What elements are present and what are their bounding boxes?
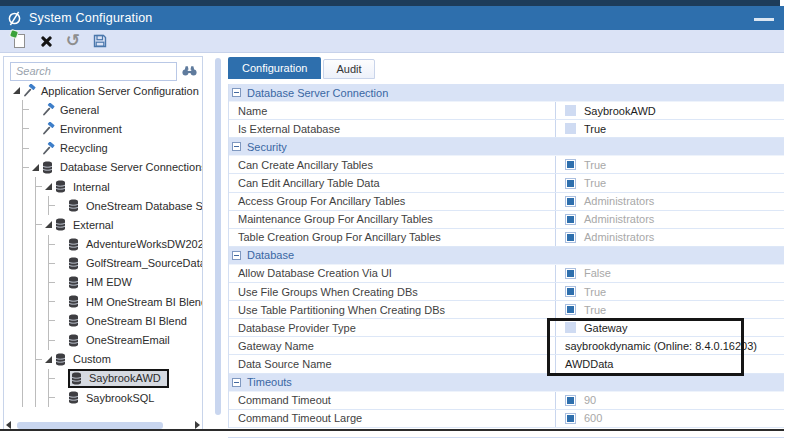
property-value[interactable]: False: [556, 265, 784, 282]
property-value[interactable]: True: [556, 120, 784, 137]
database-icon: [68, 276, 82, 289]
scrollbar-thumb[interactable]: [17, 422, 163, 429]
tree-item-saybrooksql[interactable]: SaybrookSQL: [49, 388, 203, 407]
property-row-can-create-ancillary-tables[interactable]: Can Create Ancillary TablesTrue: [229, 156, 784, 174]
group-header-timeouts[interactable]: Timeouts: [229, 374, 784, 392]
expander-icon[interactable]: [29, 161, 42, 174]
value-text: AWDData: [565, 358, 614, 370]
collapse-minus-icon[interactable]: [232, 142, 241, 151]
expander-icon[interactable]: [42, 218, 55, 231]
tree-item-environment[interactable]: Environment: [23, 119, 203, 138]
tree-item-internal[interactable]: Internal: [36, 177, 203, 196]
checkbox-icon: [565, 214, 576, 225]
property-value[interactable]: True: [556, 301, 784, 318]
property-row-table-creation-group-for-ancillary-tables[interactable]: Table Creation Group For Ancillary Table…: [229, 229, 784, 247]
tree-vertical-scrollbar[interactable]: [215, 58, 221, 415]
tree-item-label: Environment: [60, 123, 122, 135]
refresh-button[interactable]: [65, 33, 81, 49]
property-value[interactable]: AWDData: [556, 355, 784, 372]
property-value[interactable]: Administrators: [556, 211, 784, 228]
collapse-minus-icon[interactable]: [232, 378, 241, 387]
property-value[interactable]: True: [556, 156, 784, 173]
tree-item-database-server-connections[interactable]: Database Server Connections: [23, 158, 203, 177]
collapse-minus-icon[interactable]: [232, 251, 241, 260]
group-header-security[interactable]: Security: [229, 138, 784, 156]
checkbox-icon: [565, 413, 576, 424]
expander-icon[interactable]: [42, 353, 55, 366]
expander-slot: [29, 103, 42, 116]
tree-item-recycling[interactable]: Recycling: [23, 139, 203, 158]
tree-item-label: External: [73, 219, 113, 231]
scroll-right-icon[interactable]: [195, 421, 200, 429]
save-button[interactable]: [92, 33, 108, 49]
property-row-data-source-name[interactable]: Data Source NameAWDData: [229, 355, 784, 373]
property-row-gateway-name[interactable]: Gateway Namesaybrookdynamic (Online: 8.4…: [229, 337, 784, 355]
property-value[interactable]: saybrookdynamic (Online: 8.4.0.16203): [556, 337, 784, 354]
tree-item-onestream-bi-blend[interactable]: OneStream BI Blend: [49, 311, 203, 330]
property-row-command-timeout[interactable]: Command Timeout90: [229, 392, 784, 410]
tree-item-general[interactable]: General: [23, 100, 203, 119]
tree-item-hm-onestream-bi-blend[interactable]: HM OneStream BI Blend: [49, 292, 203, 311]
value-text: saybrookdynamic (Online: 8.4.0.16203): [565, 340, 757, 352]
tree-item-onestream-database-serv[interactable]: OneStream Database Serv: [49, 196, 203, 215]
value-text: True: [584, 123, 606, 135]
database-icon: [55, 218, 69, 231]
property-row-command-timeout-large[interactable]: Command Timeout Large600: [229, 410, 784, 428]
delete-button[interactable]: [38, 33, 54, 49]
minimize-button[interactable]: [754, 18, 774, 21]
property-value[interactable]: 600: [556, 410, 784, 427]
checkbox-icon: [565, 286, 576, 297]
tree-item-application-server-configuration[interactable]: Application Server Configuration: [10, 81, 203, 100]
tree-item-hm-edw[interactable]: HM EDW: [49, 273, 203, 292]
property-row-name[interactable]: NameSaybrookAWD: [229, 102, 784, 120]
tree-item-external[interactable]: External: [36, 215, 203, 234]
property-value[interactable]: Administrators: [556, 229, 784, 246]
property-value[interactable]: Gateway: [556, 319, 784, 336]
property-row-database-provider-type[interactable]: Database Provider TypeGateway: [229, 319, 784, 337]
tree-item-label: HM OneStream BI Blend: [86, 296, 203, 308]
tree-item-label: OneStreamEmail: [86, 334, 170, 346]
tree-item-adventureworksdw2022[interactable]: AdventureWorksDW2022: [49, 235, 203, 254]
expander-slot: [55, 372, 68, 385]
configuration-panel: ConfigurationAudit Database Server Conne…: [228, 57, 784, 439]
group-label: Timeouts: [247, 376, 292, 388]
group-header-database[interactable]: Database: [229, 247, 784, 265]
tree-item-label: Recycling: [60, 142, 108, 154]
tab-configuration[interactable]: Configuration: [228, 57, 321, 79]
tree-item-saybrookawd[interactable]: SaybrookAWD: [49, 369, 203, 388]
value-text: Administrators: [584, 231, 654, 243]
tree-item-label: Application Server Configuration: [41, 85, 199, 97]
new-item-button[interactable]: [11, 33, 27, 49]
property-row-is-external-database[interactable]: Is External DatabaseTrue: [229, 120, 784, 138]
search-input[interactable]: [10, 62, 177, 81]
property-value[interactable]: SaybrookAWD: [556, 102, 784, 119]
property-value[interactable]: Administrators: [556, 193, 784, 210]
tree-item-label: General: [60, 104, 99, 116]
tree-horizontal-scrollbar[interactable]: [6, 421, 200, 429]
tab-bar: ConfigurationAudit: [228, 57, 784, 80]
property-row-use-table-partitioning-when-creating-dbs[interactable]: Use Table Partitioning When Creating DBs…: [229, 301, 784, 319]
database-icon: [68, 257, 82, 270]
property-value[interactable]: True: [556, 283, 784, 300]
tree-item-golfstream-sourcedata[interactable]: GolfStream_SourceData: [49, 254, 203, 273]
expander-icon[interactable]: [42, 180, 55, 193]
property-row-can-edit-ancillary-table-data[interactable]: Can Edit Ancillary Table DataTrue: [229, 174, 784, 192]
checkbox-icon: [565, 395, 576, 406]
expander-icon[interactable]: [10, 84, 23, 97]
collapse-minus-icon[interactable]: [232, 88, 241, 97]
tab-audit[interactable]: Audit: [323, 59, 374, 79]
scroll-left-icon[interactable]: [6, 421, 11, 429]
property-row-use-file-groups-when-creating-dbs[interactable]: Use File Groups When Creating DBsTrue: [229, 283, 784, 301]
tree-item-custom[interactable]: Custom: [36, 350, 203, 369]
database-icon: [68, 295, 82, 308]
property-row-maintenance-group-for-ancillary-tables[interactable]: Maintenance Group For Ancillary TablesAd…: [229, 211, 784, 229]
binoculars-icon[interactable]: [182, 65, 197, 77]
property-row-access-group-for-ancillary-tables[interactable]: Access Group For Ancillary TablesAdminis…: [229, 193, 784, 211]
property-value[interactable]: 90: [556, 392, 784, 409]
tree-item-label: AdventureWorksDW2022: [86, 238, 203, 250]
tree-item-onestreamemail[interactable]: OneStreamEmail: [49, 330, 203, 349]
database-icon: [68, 238, 82, 251]
group-header-database-server-connection[interactable]: Database Server Connection: [229, 84, 784, 102]
property-value[interactable]: True: [556, 174, 784, 191]
property-row-allow-database-creation-via-ui[interactable]: Allow Database Creation Via UIFalse: [229, 265, 784, 283]
